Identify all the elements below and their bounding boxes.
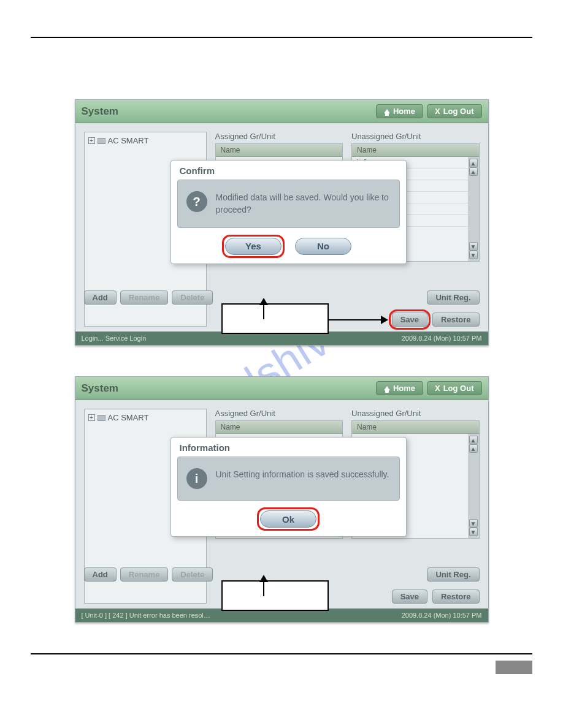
expand-icon[interactable]: + [88,414,95,421]
unassigned-heading: Unassigned Gr/Unit [351,132,480,141]
annotation-box [221,303,329,334]
home-icon [384,386,390,390]
tree-root-label: AC SMART [108,413,149,422]
unassigned-heading: Unassigned Gr/Unit [351,409,480,418]
logout-label: Log Out [443,384,474,393]
unassigned-name-header: Name [352,144,479,157]
unassigned-name-header: Name [352,421,479,434]
add-button[interactable]: Add [84,567,117,582]
confirm-dialog: Confirm ? Modified data will be saved. W… [170,160,407,264]
assigned-name-header: Name [216,421,343,434]
scroll-top-icon[interactable]: ▲ [469,436,478,444]
tree-root-row[interactable]: + AC SMART [88,413,202,422]
status-right: 2009.8.24 (Mon) 10:57 PM [402,335,482,342]
scroll-up-icon[interactable]: ▲ [469,167,478,176]
tree-root-label: AC SMART [108,136,149,145]
scrollbar[interactable]: ▲ ▲ ▼ ▼ [468,157,479,261]
information-dialog: Information i Unit Setting information i… [170,437,407,537]
highlight-yes: Yes [225,238,282,255]
info-icon: i [186,468,207,489]
scroll-bottom-icon[interactable]: ▼ [469,251,478,259]
unit-reg-button[interactable]: Unit Reg. [427,567,479,582]
scroll-down-icon[interactable]: ▼ [469,242,478,251]
ok-button[interactable]: Ok [260,510,316,528]
no-button[interactable]: No [295,238,351,255]
dialog-message: Modified data will be saved. Would you l… [216,191,391,216]
dialog-title: Confirm [171,161,406,180]
page-bottom-rule [31,653,532,654]
page-top-rule [31,37,532,38]
tree-root-row[interactable]: + AC SMART [88,136,202,145]
status-right: 2009.8.24 (Mon) 10:57 PM [402,612,482,619]
status-left: [ Unit-0 ] [ 242 ] Unit error has been r… [82,612,210,619]
home-button[interactable]: Home [376,381,423,395]
home-label: Home [393,107,415,116]
close-icon: X [435,107,440,116]
window-title: System [82,105,372,118]
system-window-confirm: System Home XLog Out + AC SMART Assigned… [75,99,489,346]
rename-button[interactable]: Rename [120,567,169,582]
assigned-heading: Assigned Gr/Unit [215,132,343,141]
delete-button[interactable]: Delete [172,290,213,305]
status-left: Login... Service Login [82,335,147,342]
titlebar: System Home XLog Out [75,100,488,123]
expand-icon[interactable]: + [88,137,95,144]
home-icon [384,109,390,113]
scroll-top-icon[interactable]: ▲ [469,159,478,167]
delete-button[interactable]: Delete [172,567,213,582]
scrollbar[interactable]: ▲ ▲ ▼ ▼ [468,434,479,538]
restore-button[interactable]: Restore [432,313,479,327]
scroll-up-icon[interactable]: ▲ [469,444,478,453]
page-number-box [496,661,532,674]
home-label: Home [393,384,415,393]
device-icon [98,138,105,144]
assigned-heading: Assigned Gr/Unit [215,409,343,418]
save-button[interactable]: Save [392,313,427,327]
assigned-name-header: Name [216,144,343,157]
home-button[interactable]: Home [376,104,423,118]
system-window-info: System Home XLog Out + AC SMART Assigned… [75,376,489,623]
scroll-down-icon[interactable]: ▼ [469,519,478,528]
window-title: System [82,382,372,395]
logout-button[interactable]: XLog Out [427,104,482,118]
add-button[interactable]: Add [84,290,117,305]
annotation-box [221,580,329,611]
dialog-title: Information [171,438,406,457]
restore-button[interactable]: Restore [432,590,479,604]
scroll-bottom-icon[interactable]: ▼ [469,528,478,536]
dialog-message: Unit Setting information is saved succes… [216,468,389,480]
close-icon: X [435,384,440,393]
logout-label: Log Out [443,107,474,116]
save-button[interactable]: Save [392,590,427,604]
highlight-ok: Ok [260,510,316,528]
yes-button[interactable]: Yes [225,238,282,255]
highlight-save: Save [392,313,427,327]
device-icon [98,415,105,421]
question-icon: ? [186,191,207,212]
logout-button[interactable]: XLog Out [427,381,482,395]
titlebar: System Home XLog Out [75,377,488,400]
rename-button[interactable]: Rename [120,290,169,305]
unit-reg-button[interactable]: Unit Reg. [427,290,479,305]
